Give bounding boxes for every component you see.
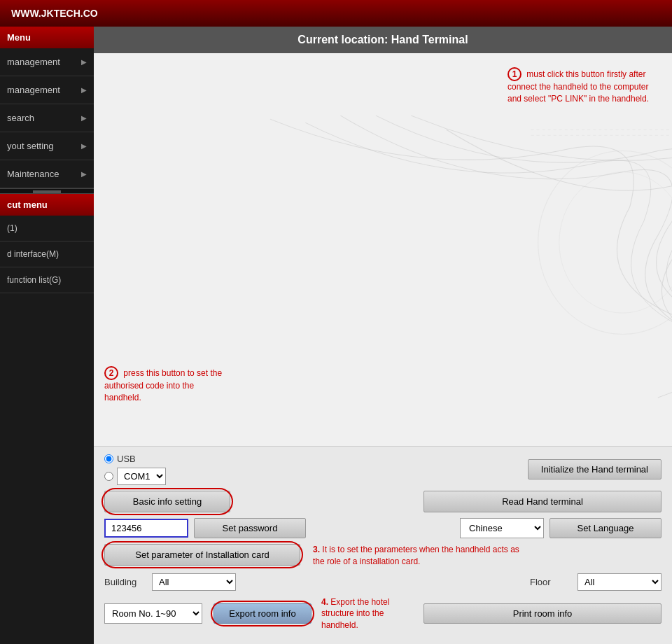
sidebar-shortcut-header: cut menu xyxy=(0,194,94,216)
sidebar: Menu management ▶ management ▶ search ▶ … xyxy=(0,27,94,644)
arrow-icon: ▶ xyxy=(81,58,87,66)
main-layout: Menu management ▶ management ▶ search ▶ … xyxy=(0,27,672,644)
basic-info-button[interactable]: Basic info setting xyxy=(104,491,230,512)
com-radio[interactable] xyxy=(104,472,113,481)
annotation-1: 1 must click this button firstly after c… xyxy=(507,67,662,105)
arrow-icon: ▶ xyxy=(81,142,87,150)
content-area: Current location: Hand Terminal .wave-li… xyxy=(94,27,672,644)
com-radio-label[interactable]: COM1 xyxy=(104,468,166,485)
svg-point-0 xyxy=(538,150,672,334)
set-language-button[interactable]: Set Language xyxy=(550,518,662,538)
row-room-export-print: Room No. 1~90 Room No. 91~180 Export roo… xyxy=(104,596,662,631)
row-init: USB COM1 Initialize the Hand terminal xyxy=(104,454,662,485)
floor-label: Floor xyxy=(530,577,572,587)
row-basic-read: Basic info setting Read Hand terminal xyxy=(104,491,662,512)
building-select[interactable]: All xyxy=(152,573,236,591)
annotation-3-text: 3. It is to set the parameters when the … xyxy=(313,545,519,566)
com-select[interactable]: COM1 xyxy=(117,468,166,485)
bottom-panel: USB COM1 Initialize the Hand terminal xyxy=(94,446,672,644)
set-password-button[interactable]: Set password xyxy=(194,518,306,538)
sidebar-item-interface[interactable]: d interface(M) xyxy=(0,241,94,267)
password-input[interactable] xyxy=(104,519,188,538)
sidebar-item-management2[interactable]: management ▶ xyxy=(0,76,94,104)
svg-point-1 xyxy=(559,172,672,313)
sidebar-item-function-list[interactable]: function list(G) xyxy=(0,267,94,293)
arrow-icon: ▶ xyxy=(81,170,87,178)
annotation-2: 2 press this button to set the authorise… xyxy=(104,366,230,404)
initialize-button[interactable]: Initialize the Hand terminal xyxy=(528,459,662,479)
row-password-language: Set password Chinese English Set Languag… xyxy=(104,518,662,538)
room-no-select[interactable]: Room No. 1~90 Room No. 91~180 xyxy=(104,603,202,624)
topbar: WWW.JKTECH.CO xyxy=(0,0,672,27)
sidebar-item-maintenance[interactable]: Maintenance ▶ xyxy=(0,160,94,188)
sidebar-divider xyxy=(0,188,94,194)
sidebar-item-search[interactable]: search ▶ xyxy=(0,104,94,132)
sidebar-menu-header: Menu xyxy=(0,27,94,48)
arrow-icon: ▶ xyxy=(81,86,87,94)
bg-area: .wave-line { fill: none; stroke: #aaa; s… xyxy=(94,53,672,446)
row-building-floor: Building All Floor All xyxy=(104,573,662,591)
topbar-title: WWW.JKTECH.CO xyxy=(11,8,98,19)
building-label: Building xyxy=(104,577,146,587)
sidebar-item-shortcut1[interactable]: (1) xyxy=(0,216,94,241)
usb-radio[interactable] xyxy=(104,454,113,463)
sidebar-item-management1[interactable]: management ▶ xyxy=(0,48,94,76)
export-room-button[interactable]: Export room info xyxy=(214,603,312,624)
read-terminal-button[interactable]: Read Hand terminal xyxy=(424,491,662,512)
scroll-indicator xyxy=(33,190,61,193)
floor-select[interactable]: All xyxy=(578,573,662,591)
usb-radio-label[interactable]: USB xyxy=(104,454,166,464)
arrow-icon: ▶ xyxy=(81,114,87,122)
print-room-button[interactable]: Print room info xyxy=(424,603,662,624)
row-set-param: Set parameter of Installation card 3. It… xyxy=(104,544,662,568)
annotation-4-text: 4. Export the hotel structure into the h… xyxy=(321,597,389,631)
location-bar: Current location: Hand Terminal xyxy=(94,27,672,53)
set-param-button[interactable]: Set parameter of Installation card xyxy=(104,544,300,566)
language-select[interactable]: Chinese English xyxy=(460,518,544,538)
sidebar-item-layout-setting[interactable]: yout setting ▶ xyxy=(0,132,94,160)
